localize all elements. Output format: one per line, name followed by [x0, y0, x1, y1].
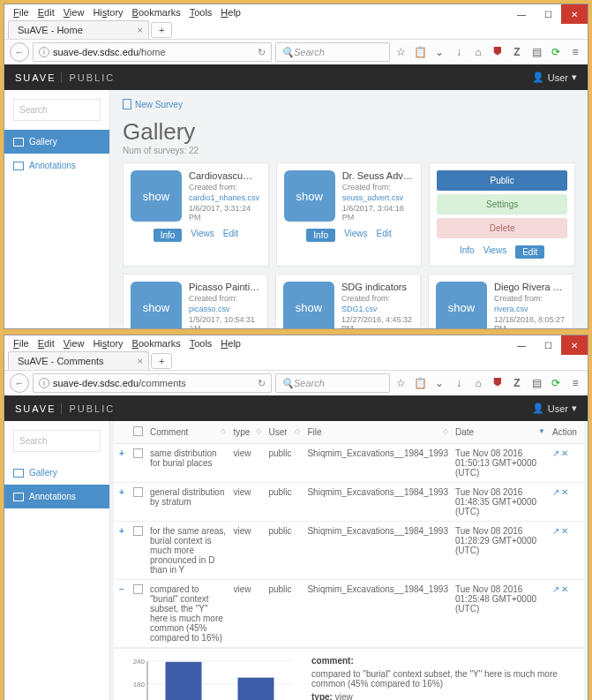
maximize-button[interactable]: ☐: [535, 335, 561, 355]
close-icon[interactable]: ×: [138, 356, 143, 366]
menu-icon[interactable]: ≡: [568, 46, 582, 58]
delete-action[interactable]: ✕: [561, 487, 568, 497]
download-icon[interactable]: ↓: [452, 46, 466, 58]
pocket-icon[interactable]: ⌄: [432, 377, 446, 389]
minimize-button[interactable]: —: [508, 4, 535, 24]
table-row: + for the same areas, burial context is …: [114, 522, 584, 580]
sidebar-item-gallery[interactable]: Gallery: [4, 461, 109, 485]
views-link[interactable]: Views: [483, 245, 507, 259]
reload-icon[interactable]: ↻: [258, 378, 266, 389]
close-button[interactable]: ✕: [561, 335, 588, 355]
expand-icon[interactable]: +: [114, 444, 130, 483]
sidebar-search[interactable]: Search: [13, 99, 101, 121]
sidebar-item-annotations[interactable]: Annotations: [4, 485, 109, 508]
user-icon: 👤: [532, 403, 544, 414]
toolbar-icons: ☆ 📋 ⌄ ↓ ⌂ ⛊ Z ▤ ⟳ ≡: [393, 46, 582, 58]
comments-table: Comment◇ type◇ User◇ File◇ Date▼ Action …: [114, 421, 584, 648]
minimize-button[interactable]: —: [508, 335, 535, 355]
search-box[interactable]: 🔍 Search: [275, 42, 390, 62]
open-action[interactable]: ↗: [552, 526, 559, 536]
page-icon[interactable]: ▤: [529, 377, 543, 389]
browser-tab[interactable]: SuAVE - Home×: [8, 20, 149, 39]
delete-action[interactable]: ✕: [561, 448, 568, 458]
download-icon[interactable]: ↓: [452, 377, 466, 389]
survey-card: show Diego Rivera …Created from:rivera.c…: [428, 274, 573, 328]
col-action: Action: [549, 421, 584, 444]
page-icon[interactable]: ▤: [529, 46, 543, 58]
zotero-icon[interactable]: Z: [510, 46, 524, 58]
star-icon[interactable]: ☆: [393, 46, 408, 58]
svg-text:180: 180: [133, 681, 146, 689]
expand-icon[interactable]: −: [114, 580, 130, 648]
col-file[interactable]: File◇: [303, 421, 452, 444]
pocket-icon[interactable]: ⌄: [432, 46, 446, 58]
expand-icon[interactable]: +: [114, 483, 130, 522]
checkbox[interactable]: [133, 426, 143, 436]
delete-action[interactable]: ✕: [561, 526, 568, 536]
show-button[interactable]: show: [131, 282, 182, 328]
info-button[interactable]: Info: [306, 229, 335, 242]
delete-action[interactable]: ✕: [561, 584, 568, 594]
expand-icon[interactable]: +: [114, 522, 130, 580]
new-tab-button[interactable]: +: [151, 353, 172, 369]
edit-button[interactable]: Edit: [515, 245, 544, 259]
public-button[interactable]: Public: [437, 170, 567, 191]
col-comment[interactable]: Comment◇: [146, 421, 229, 444]
home-icon[interactable]: ⌂: [471, 377, 485, 389]
col-date[interactable]: Date▼: [452, 421, 549, 444]
user-menu[interactable]: 👤 User ▾: [532, 403, 577, 414]
info-link[interactable]: Info: [460, 245, 475, 259]
checkbox[interactable]: [133, 584, 143, 594]
evernote-icon[interactable]: ⟳: [549, 377, 563, 389]
ublock-icon[interactable]: ⛊: [491, 377, 505, 389]
sidebar-search[interactable]: Search: [13, 430, 101, 452]
zotero-icon[interactable]: Z: [510, 377, 524, 389]
user-icon: 👤: [532, 72, 544, 83]
reload-icon[interactable]: ↻: [258, 47, 266, 58]
sidebar-item-annotations[interactable]: Annotations: [4, 154, 109, 177]
brand: SUAVEPUBLIC: [15, 72, 115, 83]
show-button[interactable]: show: [436, 282, 487, 328]
maximize-button[interactable]: ☐: [535, 4, 561, 24]
info-button[interactable]: Info: [154, 229, 183, 242]
sidebar-item-gallery[interactable]: Gallery: [4, 130, 109, 154]
svg-text:197: 197: [250, 670, 262, 678]
delete-button[interactable]: Delete: [437, 218, 567, 238]
browser-tab[interactable]: SuAVE - Comments×: [8, 351, 149, 370]
search-box[interactable]: 🔍 Search: [275, 373, 390, 393]
address-bar[interactable]: i suave-dev.sdsc.edu/home ↻: [33, 42, 272, 62]
user-menu[interactable]: 👤 User ▾: [532, 72, 577, 83]
show-button[interactable]: show: [283, 282, 334, 328]
close-button[interactable]: ✕: [561, 4, 588, 24]
close-icon[interactable]: ×: [138, 25, 143, 35]
new-tab-button[interactable]: +: [151, 22, 172, 38]
col-type[interactable]: type◇: [229, 421, 265, 444]
clipboard-icon[interactable]: 📋: [413, 377, 427, 389]
star-icon[interactable]: ☆: [393, 377, 408, 389]
checkbox[interactable]: [133, 526, 143, 536]
show-button[interactable]: show: [284, 170, 335, 222]
checkbox[interactable]: [133, 487, 143, 497]
clipboard-icon[interactable]: 📋: [413, 46, 427, 58]
edit-link[interactable]: Edit: [376, 229, 391, 242]
home-icon[interactable]: ⌂: [471, 46, 485, 58]
checkbox[interactable]: [133, 448, 143, 458]
edit-link[interactable]: Edit: [223, 229, 238, 242]
new-survey-link[interactable]: New Survey: [123, 99, 575, 109]
menu-icon[interactable]: ≡: [568, 377, 582, 389]
open-action[interactable]: ↗: [552, 487, 559, 497]
back-button[interactable]: ←: [10, 42, 29, 62]
menubar: FileEditViewHistoryBookmarksToolsHelp: [4, 4, 508, 20]
back-button[interactable]: ←: [10, 373, 29, 393]
settings-button[interactable]: Settings: [437, 194, 567, 215]
open-action[interactable]: ↗: [552, 584, 559, 594]
evernote-icon[interactable]: ⟳: [549, 46, 563, 58]
survey-card: show Cardiovascu… Created from: cardio1_…: [123, 162, 269, 267]
ublock-icon[interactable]: ⛊: [491, 46, 505, 58]
open-action[interactable]: ↗: [552, 448, 559, 458]
show-button[interactable]: show: [131, 170, 182, 222]
address-bar[interactable]: i suave-dev.sdsc.edu/comments ↻: [33, 373, 272, 393]
col-user[interactable]: User◇: [265, 421, 303, 444]
views-link[interactable]: Views: [344, 229, 368, 242]
views-link[interactable]: Views: [191, 229, 214, 242]
